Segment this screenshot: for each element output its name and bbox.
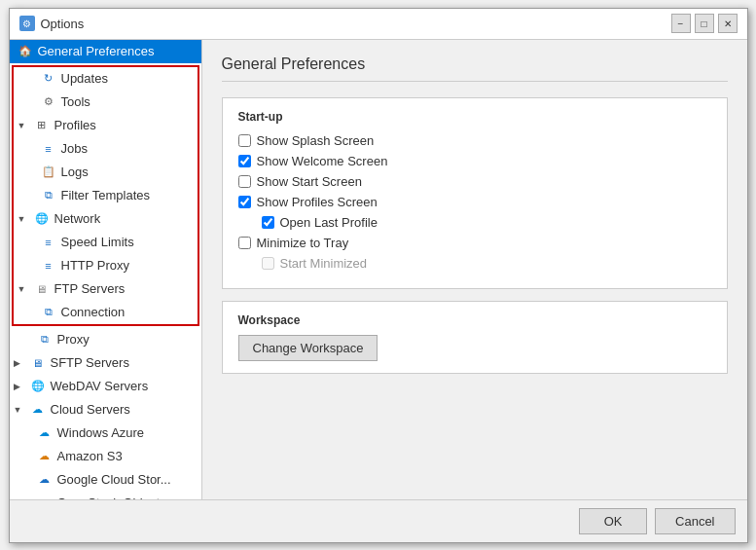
cloud-expand-icon: ▼ — [14, 405, 25, 415]
profiles-icon: ⊞ — [34, 118, 50, 133]
sidebar-item-label: SFTP Servers — [51, 355, 129, 370]
minimize-to-tray-label[interactable]: Minimize to Tray — [257, 236, 349, 250]
title-bar-controls: − □ ✕ — [671, 14, 738, 33]
network-expand-icon: ▼ — [18, 214, 29, 224]
network-icon: 🌐 — [34, 211, 50, 227]
amazon-icon: ☁ — [37, 449, 53, 464]
http-proxy-icon: ≡ — [41, 258, 56, 274]
sidebar-item-amazon-s3[interactable]: ☁ Amazon S3 — [10, 445, 201, 468]
panel-title: General Preferences — [222, 55, 728, 82]
sidebar-item-label: FTP Servers — [54, 281, 126, 296]
close-button[interactable]: ✕ — [718, 14, 738, 33]
sidebar-item-label: HTTP Proxy — [61, 258, 130, 273]
start-minimized-checkbox[interactable] — [262, 257, 274, 270]
minimize-button[interactable]: − — [671, 14, 691, 33]
sidebar-item-sftp-servers[interactable]: ▶ 🖥 SFTP Servers — [10, 351, 201, 375]
ftp-icon: 🖥 — [34, 281, 50, 297]
title-bar: ⚙ Options − □ ✕ — [10, 9, 747, 40]
show-start-checkbox[interactable] — [238, 175, 251, 188]
sidebar-item-label: Filter Templates — [61, 188, 151, 202]
general-pref-icon: 🏠 — [18, 44, 33, 59]
connection-icon: ⧉ — [41, 305, 56, 320]
startup-section: Start-up Show Splash Screen Show Welcome… — [222, 97, 728, 289]
sidebar-item-label: Profiles — [54, 118, 96, 132]
sidebar-item-ftp-servers[interactable]: ▼ 🖥 FTP Servers — [14, 277, 198, 301]
minimize-to-tray-checkbox[interactable] — [238, 237, 251, 249]
speed-limits-icon: ≡ — [41, 235, 56, 250]
sidebar-item-webdav-servers[interactable]: ▶ 🌐 WebDAV Servers — [10, 375, 201, 398]
google-cloud-icon: ☁ — [37, 472, 53, 488]
sidebar-item-filter-templates[interactable]: ⧉ Filter Templates — [14, 184, 198, 207]
ftp-expand-icon: ▼ — [18, 284, 29, 294]
cloud-icon: ☁ — [30, 402, 46, 418]
sidebar-item-network[interactable]: ▼ 🌐 Network — [14, 207, 198, 231]
webdav-expand-icon: ▶ — [14, 382, 25, 391]
sidebar-item-label: Google Cloud Stor... — [57, 472, 171, 487]
title-bar-left: ⚙ Options — [19, 16, 85, 31]
startup-label: Start-up — [238, 110, 711, 124]
start-minimized-label: Start Minimized — [280, 256, 368, 271]
sidebar-item-label: Cloud Servers — [51, 402, 130, 417]
sidebar-item-label: Speed Limits — [61, 235, 134, 249]
show-splash-checkbox[interactable] — [238, 134, 251, 147]
sidebar-item-label: Updates — [61, 71, 108, 86]
sidebar-item-http-proxy[interactable]: ≡ HTTP Proxy — [14, 254, 198, 277]
sidebar: 🏠 General Preferences ↻ Updates ⚙ Tools … — [10, 40, 202, 499]
show-profiles-row: Show Profiles Screen — [238, 195, 711, 209]
sidebar-item-openstack[interactable]: ☁ OpenStack Object... — [10, 492, 201, 499]
show-welcome-checkbox[interactable] — [238, 155, 251, 167]
show-splash-label[interactable]: Show Splash Screen — [257, 133, 375, 148]
cancel-button[interactable]: Cancel — [655, 508, 735, 534]
proxy-icon: ⧉ — [37, 332, 53, 348]
show-start-label[interactable]: Show Start Screen — [257, 174, 362, 189]
sidebar-item-google-cloud[interactable]: ☁ Google Cloud Stor... — [10, 468, 201, 492]
sidebar-item-label: Connection — [61, 305, 126, 319]
sidebar-item-profiles[interactable]: ▼ ⊞ Profiles — [14, 114, 198, 137]
app-icon: ⚙ — [19, 16, 35, 31]
sidebar-item-label: Logs — [61, 165, 89, 179]
minimize-to-tray-row: Minimize to Tray — [238, 236, 711, 250]
sidebar-item-label: General Preferences — [38, 44, 155, 58]
sftp-icon: 🖥 — [30, 355, 46, 371]
sidebar-item-tools[interactable]: ⚙ Tools — [14, 91, 198, 114]
sidebar-item-label: Proxy — [57, 332, 90, 347]
dialog-title: Options — [41, 17, 85, 31]
sidebar-item-connection[interactable]: ⧉ Connection — [14, 301, 198, 324]
sidebar-item-label: Network — [54, 211, 101, 226]
content-area: 🏠 General Preferences ↻ Updates ⚙ Tools … — [10, 40, 747, 499]
ok-button[interactable]: OK — [579, 508, 647, 534]
show-start-row: Show Start Screen — [238, 174, 711, 189]
sidebar-item-label: Jobs — [61, 141, 88, 156]
open-last-profile-checkbox[interactable] — [262, 216, 274, 229]
open-last-profile-row: Open Last Profile — [262, 215, 711, 230]
sidebar-item-updates[interactable]: ↻ Updates — [14, 67, 198, 91]
maximize-button[interactable]: □ — [695, 14, 714, 33]
sidebar-item-jobs[interactable]: ≡ Jobs — [14, 137, 198, 161]
main-panel: General Preferences Start-up Show Splash… — [202, 40, 747, 499]
sidebar-item-logs[interactable]: 📋 Logs — [14, 161, 198, 184]
sidebar-item-windows-azure[interactable]: ☁ Windows Azure — [10, 422, 201, 445]
show-splash-row: Show Splash Screen — [238, 133, 711, 148]
tools-icon: ⚙ — [41, 94, 56, 110]
sftp-expand-icon: ▶ — [14, 358, 25, 368]
jobs-icon: ≡ — [41, 141, 56, 157]
start-minimized-row: Start Minimized — [262, 256, 711, 271]
sidebar-item-label: Windows Azure — [57, 425, 145, 440]
workspace-section: Workspace Change Workspace — [222, 301, 728, 374]
show-profiles-checkbox[interactable] — [238, 196, 251, 208]
sidebar-item-cloud-servers[interactable]: ▼ ☁ Cloud Servers — [10, 398, 201, 422]
sidebar-item-proxy[interactable]: ⧉ Proxy — [10, 328, 201, 351]
sidebar-item-speed-limits[interactable]: ≡ Speed Limits — [14, 231, 198, 254]
change-workspace-button[interactable]: Change Workspace — [238, 335, 378, 361]
sidebar-item-label: Tools — [61, 94, 90, 109]
show-welcome-label[interactable]: Show Welcome Screen — [257, 154, 388, 168]
webdav-icon: 🌐 — [30, 379, 46, 394]
sidebar-item-general-preferences[interactable]: 🏠 General Preferences — [10, 40, 201, 63]
profiles-expand-icon: ▼ — [18, 121, 29, 130]
show-profiles-label[interactable]: Show Profiles Screen — [257, 195, 378, 209]
azure-icon: ☁ — [37, 425, 53, 441]
open-last-profile-label[interactable]: Open Last Profile — [280, 215, 378, 230]
filter-templates-icon: ⧉ — [41, 188, 56, 203]
workspace-label: Workspace — [238, 313, 711, 327]
logs-icon: 📋 — [41, 165, 56, 180]
